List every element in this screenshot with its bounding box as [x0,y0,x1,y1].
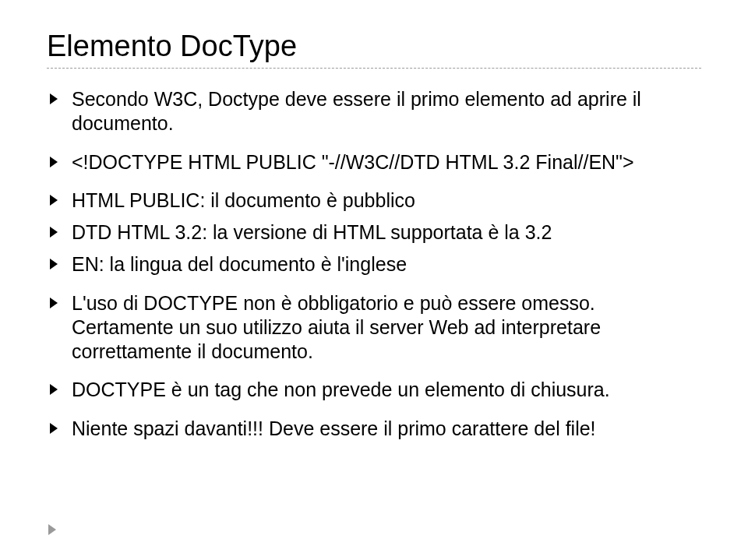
bullet-item: DTD HTML 3.2: la versione di HTML suppor… [47,220,701,245]
decorative-arrow-icon [48,524,56,535]
bullet-item: <!DOCTYPE HTML PUBLIC "-//W3C//DTD HTML … [47,150,701,174]
bullet-list: Secondo W3C, Doctype deve essere il prim… [47,87,701,441]
bullet-item: DOCTYPE è un tag che non prevede un elem… [47,378,701,402]
title-underline [47,68,701,69]
bullet-item: EN: la lingua del documento è l'inglese [47,252,701,276]
bullet-item: Secondo W3C, Doctype deve essere il prim… [47,87,701,136]
slide-title: Elemento DocType [47,30,701,63]
bullet-item: HTML PUBLIC: il documento è pubblico [47,188,701,213]
bullet-item: L'uso di DOCTYPE non è obbligatorio e pu… [47,291,701,365]
bullet-item: Niente spazi davanti!!! Deve essere il p… [47,417,701,441]
slide: Elemento DocType Secondo W3C, Doctype de… [0,0,748,560]
